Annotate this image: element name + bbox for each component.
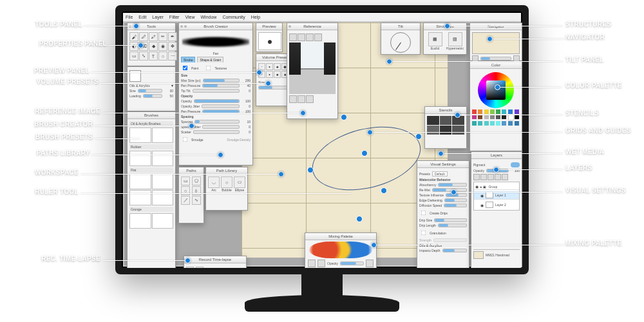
preview-panel[interactable]: Preview ● [256,23,283,52]
tool-text[interactable]: T [149,52,158,61]
menu-view[interactable]: View [185,15,194,19]
pathlib-item[interactable]: ○Bubble [221,176,232,192]
tilt-panel[interactable]: Tilt [381,23,421,55]
eye-icon[interactable]: ◉ [475,184,478,189]
mixing-area[interactable] [309,242,372,258]
pathlib-item[interactable]: ◡Arc [208,176,220,192]
layer-action-icon[interactable] [495,174,501,180]
properties-panel[interactable]: Oils & Acrylics▾ Size30 Loading50 [127,66,176,111]
paths-panel[interactable]: Paths ▭ ⬠ ○ ◊ ／ ∿ [178,167,204,223]
ruler-node[interactable] [341,114,347,120]
swatch[interactable] [472,109,477,114]
brush-creator-panel[interactable]: Brush Creator Fan StrokeShape & Grain Pa… [178,23,253,166]
eye-icon[interactable]: ◉ [480,203,484,207]
maxsize-slider[interactable] [203,79,240,82]
opjitter-slider[interactable] [202,104,240,108]
stop-button[interactable]: ■ [196,267,204,268]
ref-action-icon[interactable] [298,95,305,103]
mixing-palette-panel[interactable]: Mixing Palette Opacity [305,232,377,268]
brush-thumb[interactable] [129,151,151,166]
pathlib-item[interactable]: ⬭Ellipse [234,176,245,192]
stencil-thumb[interactable] [440,126,452,135]
brushes-panel[interactable]: Brushes Oil & Acrylic Brushes Rubber [127,111,176,268]
swatch[interactable] [490,121,495,126]
menu-community[interactable]: Community [222,15,245,19]
tool-brush[interactable]: 🖌 [129,32,138,41]
tools-panel[interactable]: Tools 🖌 🖊 🖍 ✏ ✒ ◐ ⌫ ◆ ◉ [127,23,176,66]
tool-blend[interactable]: ◐ [129,42,138,51]
swatch[interactable] [490,115,495,119]
tool-shape[interactable]: ○ [158,52,167,61]
vs-dripsize-slider[interactable] [434,218,467,222]
swatch[interactable] [496,109,500,114]
tool-fill[interactable]: ◆ [149,42,158,51]
scatter-slider[interactable] [193,130,240,134]
swatch[interactable] [472,115,477,119]
swatch[interactable] [496,115,500,119]
color-square[interactable] [486,80,506,100]
layer-action-icon[interactable] [473,174,480,180]
ruler-node[interactable] [381,187,387,194]
reference-image[interactable] [289,43,336,94]
color-wheel[interactable] [478,72,514,108]
brush-thumb[interactable] [152,128,174,143]
tiptilt-slider[interactable] [193,89,240,93]
brush-thumb[interactable] [129,213,151,229]
pigment-toggle[interactable] [511,162,520,167]
tool-select[interactable]: ▭ [129,52,138,61]
paint-checkbox[interactable] [183,66,188,71]
swatch[interactable] [502,109,506,114]
swatch[interactable] [515,109,519,114]
menu-filter[interactable]: Filter [169,15,180,19]
layer-action-icon[interactable] [488,174,494,180]
mix-tool-icon[interactable] [317,260,325,267]
swatch[interactable] [508,121,513,126]
tool-brush2[interactable]: 🖊 [139,32,148,41]
swatch[interactable] [478,109,482,114]
structure-item[interactable]: ▨Hypermetric [446,32,464,50]
swatch[interactable] [508,109,513,114]
tool-transform[interactable]: ⤡ [139,52,148,61]
path-shape-line[interactable]: ／ [181,196,190,205]
vs-driplen-slider[interactable] [438,223,467,227]
brush-thumb[interactable] [129,174,151,189]
swatch[interactable] [484,115,489,119]
visual-settings-panel[interactable]: Visual Settings PresetsDefault Watercolo… [417,160,469,268]
preset-dropdown-icon[interactable]: ▾ [171,83,173,88]
tool-move[interactable]: ✥ [168,42,177,51]
menu-layer[interactable]: Layer [152,15,164,19]
canvas-thumb[interactable] [473,251,484,259]
volume-preset[interactable]: ● [274,63,281,70]
swatch[interactable] [478,121,482,126]
tool-brush3[interactable]: 🖍 [149,32,158,41]
stencils-panel[interactable]: Stencils [424,106,467,149]
brush-thumb[interactable] [152,190,174,205]
layer-action-icon[interactable] [480,174,487,180]
mix-tool-icon[interactable] [366,260,374,267]
size-slider[interactable] [138,89,162,93]
structure-item[interactable]: ▦Euclid [426,32,444,50]
record-button[interactable]: ● [186,267,194,268]
ruler-node[interactable] [415,133,422,140]
reference-panel[interactable]: Reference [287,23,338,119]
volume-preset[interactable]: ● [274,71,281,78]
stencil-thumb[interactable] [427,126,439,135]
swatch[interactable] [484,121,489,126]
swatch[interactable] [515,121,519,126]
tool-more[interactable]: ⋯ [168,52,177,61]
stencil-thumb[interactable] [427,116,439,125]
tool-brush5[interactable]: ✒ [168,32,177,41]
loading-slider[interactable] [143,94,162,98]
eye-icon[interactable]: ◉ [480,193,484,198]
path-shape-pentagon[interactable]: ⬠ [192,176,201,185]
brush-thumb[interactable] [129,128,151,143]
vs-edge-slider[interactable] [444,198,467,202]
navigator-panel[interactable]: Navigator [469,23,522,61]
stencil-thumb[interactable] [440,116,452,125]
color-panel[interactable]: Color [469,61,522,151]
ref-action-icon[interactable] [289,95,297,103]
vs-tex-slider[interactable] [446,193,467,197]
swatch[interactable] [478,115,482,119]
brush-thumb[interactable] [152,151,174,166]
swatch[interactable] [508,115,514,120]
